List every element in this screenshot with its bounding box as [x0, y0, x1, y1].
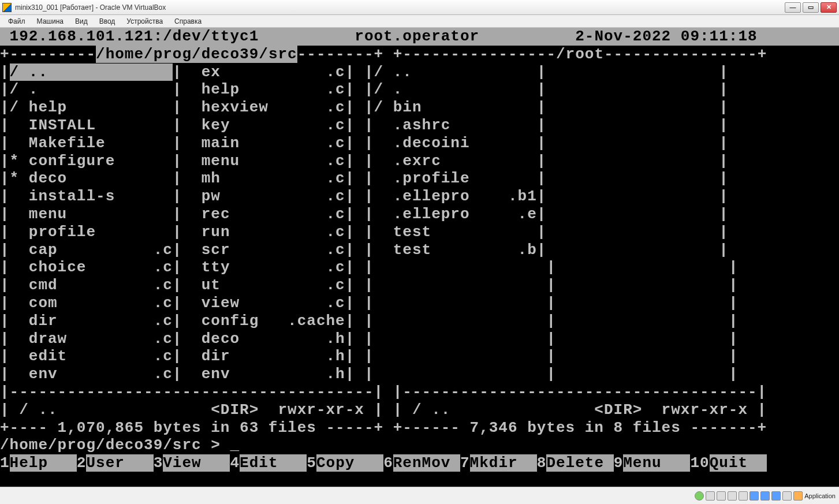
sb-icon[interactable]	[739, 491, 748, 501]
file-item[interactable]: profile	[10, 223, 173, 241]
file-item[interactable]: .ellepro .e	[374, 206, 537, 223]
file-item[interactable]: * configure	[10, 152, 173, 170]
file-item[interactable]: scr .c	[182, 241, 345, 259]
file-row: | profile | run .c| | test | |	[0, 223, 839, 241]
file-item[interactable]: / help	[10, 99, 173, 116]
sb-icon[interactable]	[793, 491, 803, 501]
file-item[interactable]: dir .h	[182, 348, 345, 365]
file-item[interactable]: choice .c	[10, 259, 173, 276]
sb-icon[interactable]	[695, 491, 704, 501]
file-item[interactable]: .ashrc	[374, 117, 537, 134]
minimize-button[interactable]: —	[785, 2, 801, 13]
file-row: | cap .c| scr .c| | test .b| |	[0, 241, 839, 259]
close-button[interactable]: ✕	[821, 2, 837, 13]
menu-help[interactable]: Справка	[169, 16, 207, 27]
sb-icon[interactable]	[728, 491, 737, 501]
file-item[interactable]: key .c	[182, 117, 345, 134]
file-item[interactable]: cap .c	[10, 241, 173, 259]
sb-icon[interactable]	[706, 491, 715, 501]
file-item[interactable]: install-s	[10, 188, 173, 205]
menu-view[interactable]: Вид	[69, 16, 94, 27]
file-item-selected[interactable]: / ..	[10, 64, 173, 81]
footer-row: +---- 1,070,865 bytes in 63 files -----+…	[0, 419, 839, 437]
panel-border: --------+	[297, 46, 383, 63]
file-row: |/ help | hexview .c| |/ bin | |	[0, 99, 839, 117]
file-item[interactable]: env .h	[182, 365, 345, 383]
file-item[interactable]: .profile	[374, 170, 537, 187]
file-item[interactable]: test	[374, 223, 537, 241]
file-item[interactable]: deco .h	[182, 330, 345, 348]
fkey-num: 6	[383, 454, 393, 472]
file-item[interactable]: com .c	[10, 294, 173, 312]
file-item[interactable]: hexview .c	[182, 99, 345, 116]
file-item[interactable]: config .cache	[182, 312, 345, 330]
prompt-row[interactable]: /home/prog/deco39/src > _	[0, 436, 839, 454]
file-row: | edit .c| dir .h| | | |	[0, 348, 839, 365]
file-item[interactable]: rec .c	[182, 206, 345, 223]
file-item[interactable]: dir .c	[10, 312, 173, 330]
file-item	[546, 206, 719, 223]
file-item	[374, 312, 547, 330]
fkey-help[interactable]: Help	[10, 454, 77, 472]
right-status: | / .. <DIR> rwxr-xr-x |	[393, 401, 767, 419]
sb-icon[interactable]	[717, 491, 726, 501]
right-footer: +------ 7,346 bytes in 8 files -------+	[393, 419, 767, 436]
menu-file[interactable]: Файл	[2, 16, 31, 27]
file-item[interactable]: mh .c	[182, 170, 345, 187]
file-item[interactable]: ut .c	[182, 277, 345, 294]
file-item[interactable]: .exrc	[374, 152, 537, 170]
window-title: minix310_001 [Работает] - Oracle VM Virt…	[15, 3, 783, 12]
menu-machine[interactable]: Машина	[31, 16, 69, 27]
file-item[interactable]: menu .c	[182, 152, 345, 170]
file-item[interactable]: cmd .c	[10, 277, 173, 294]
menu-input[interactable]: Ввод	[94, 16, 121, 27]
terminal[interactable]: 192.168.101.121:/dev/ttyc1 root.operator…	[0, 28, 839, 487]
menu-devices[interactable]: Устройства	[121, 16, 169, 27]
fkey-user[interactable]: User	[86, 454, 153, 472]
file-item	[556, 294, 729, 312]
file-item[interactable]: run .c	[182, 223, 345, 241]
file-item[interactable]: * deco	[10, 170, 173, 187]
file-item[interactable]: menu	[10, 206, 173, 223]
fkey-edit[interactable]: Edit	[240, 454, 307, 472]
sb-icon[interactable]	[782, 491, 792, 501]
fkey-view[interactable]: View	[163, 454, 230, 472]
sb-icon[interactable]	[749, 491, 759, 501]
window-titlebar: minix310_001 [Работает] - Oracle VM Virt…	[0, 0, 839, 15]
file-item	[556, 277, 729, 294]
file-item[interactable]: main .c	[182, 135, 345, 152]
file-item[interactable]: .decoini	[374, 135, 537, 152]
fkey-copy[interactable]: Copy	[316, 454, 383, 472]
maximize-button[interactable]: ▭	[803, 2, 819, 13]
file-row: | draw .c| deco .h| | | |	[0, 330, 839, 348]
file-item[interactable]: INSTALL	[10, 117, 173, 134]
fkey-menu[interactable]: Menu	[623, 454, 690, 472]
file-item[interactable]: Makefile	[10, 135, 173, 152]
file-item[interactable]: / .	[10, 81, 173, 98]
file-item[interactable]: view .c	[182, 294, 345, 312]
file-item[interactable]: tty .c	[182, 259, 345, 276]
status-row: | / .. <DIR> rwxr-xr-x | | / .. <DIR> rw…	[0, 401, 839, 419]
sb-icon[interactable]	[760, 491, 770, 501]
file-item[interactable]: pw .c	[182, 188, 345, 205]
file-item[interactable]: test .b	[374, 241, 537, 259]
fkey-delete[interactable]: Delete	[546, 454, 613, 472]
file-item[interactable]: .ellepro .b1	[374, 188, 537, 205]
file-row: | choice .c| tty .c| | | |	[0, 259, 839, 277]
shell-prompt[interactable]: /home/prog/deco39/src > _	[0, 436, 240, 454]
file-item[interactable]: / ..	[374, 64, 537, 81]
file-row: |/ .. | ex .c| |/ .. | |	[0, 64, 839, 81]
file-item[interactable]: / bin	[374, 99, 537, 116]
fkey-renmov[interactable]: RenMov	[393, 454, 460, 472]
fkey-mkdir[interactable]: Mkdir	[470, 454, 537, 472]
file-item[interactable]: draw .c	[10, 330, 173, 348]
file-item	[374, 330, 547, 348]
file-item[interactable]: / .	[374, 81, 537, 98]
file-item[interactable]: ex .c	[182, 64, 345, 81]
fkey-quit[interactable]: Quit	[710, 454, 767, 472]
file-item[interactable]: edit .c	[10, 348, 173, 365]
sb-icon[interactable]	[771, 491, 781, 501]
file-item[interactable]: env .c	[10, 365, 173, 383]
file-item	[546, 64, 719, 81]
file-item[interactable]: help .c	[182, 81, 345, 98]
